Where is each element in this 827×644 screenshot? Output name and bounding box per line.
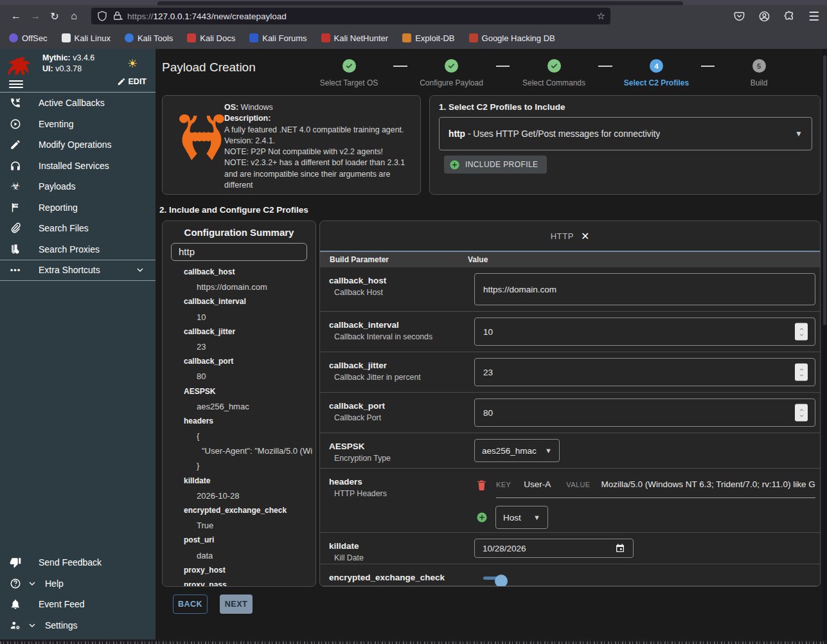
theme-sun-icon[interactable]: ☀ — [127, 57, 138, 71]
chevron-down-icon: ▼ — [538, 447, 552, 454]
bookmark-label: Exploit-DB — [415, 33, 454, 43]
agent-info-card: OS: Windows Description: A fully feature… — [162, 95, 421, 195]
step-configure-payload[interactable]: Configure Payload — [407, 54, 496, 87]
sidebar-item-search-proxies[interactable]: Search Proxies — [0, 239, 156, 260]
summary-profile-item[interactable]: http — [171, 243, 307, 261]
param-name: headers — [329, 477, 468, 487]
summary-key-proxy-host: proxy_host — [163, 563, 316, 578]
sidebar-item-event-feed[interactable]: Event Feed — [0, 594, 156, 615]
number-value: 80 — [483, 408, 493, 418]
sidebar-bottom-menu: Send FeedbackHelpEvent FeedSettings — [0, 552, 156, 636]
summary-value: https://domain.com — [163, 280, 316, 294]
sidebar-item-modify-operations[interactable]: Modify Operations — [0, 134, 156, 156]
account-icon[interactable] — [758, 10, 770, 22]
biohazard-icon: ☣ — [9, 180, 22, 193]
bookmark-kali-linux[interactable]: Kali Linux — [62, 33, 111, 43]
sidebar-item-payloads[interactable]: ☣Payloads — [0, 176, 156, 197]
scrollbar-thumb[interactable] — [823, 55, 826, 325]
bookmark-exploit-db[interactable]: Exploit-DB — [402, 33, 454, 43]
number-spinner[interactable] — [795, 323, 808, 341]
mythic-sidebar: Mythic: v3.4.6 UI: v0.3.78 ☀ EDIT Active… — [0, 49, 156, 640]
sidebar-item-reporting[interactable]: Reporting — [0, 197, 156, 219]
close-icon[interactable]: ✕ — [581, 230, 589, 242]
bookmark-google-hacking-db[interactable]: Google Hacking DB — [469, 33, 555, 43]
phone-callback-icon — [9, 96, 22, 109]
sidebar-item-installed-services[interactable]: Installed Services — [0, 156, 156, 177]
param-row-killdate: killdateKill Date10/28/2026 — [320, 533, 820, 564]
text-input-callback-host[interactable]: https://domain.com — [474, 273, 815, 305]
number-value: 23 — [483, 368, 493, 377]
c2-profile-dropdown[interactable]: http - Uses HTTP Get/Post messages for c… — [439, 117, 812, 150]
header-value-input[interactable]: Mozilla/5.0 (Windows NT 6.3; Trident/7.0… — [601, 479, 816, 489]
header-key-input[interactable]: User-A — [524, 479, 551, 489]
param-name-cell: killdateKill Date — [320, 533, 468, 564]
extensions-puzzle-icon[interactable] — [783, 10, 796, 22]
page-scrollbar[interactable] — [823, 49, 827, 644]
agent-description-line: NOTE: v2.3.2+ has a different bof loader… — [224, 157, 417, 191]
summary-value: 2026-10-28 — [163, 488, 316, 503]
number-input-callback-port[interactable]: 80 — [474, 398, 815, 427]
sidebar-item-send-feedback[interactable]: Send Feedback — [0, 552, 156, 573]
sidebar-edit-row: EDIT — [0, 76, 156, 91]
sidebar-item-help[interactable]: Help — [0, 573, 156, 595]
sidebar-item-eventing[interactable]: Eventing — [0, 114, 156, 135]
edit-button[interactable]: EDIT — [117, 77, 147, 86]
bookmark-kali-docs[interactable]: Kali Docs — [187, 33, 235, 43]
bookmark-label: Kali Linux — [75, 33, 111, 43]
next-button[interactable]: NEXT — [220, 595, 253, 614]
sidebar-item-label: Reporting — [39, 202, 78, 213]
bookmark-kali-tools[interactable]: Kali Tools — [125, 33, 173, 43]
step-label: Select Commands — [522, 78, 585, 87]
number-spinner[interactable] — [795, 364, 808, 381]
sidebar-item-settings[interactable]: Settings — [0, 615, 156, 636]
bookmark-label: Kali Forums — [262, 33, 307, 43]
toggle-encrypted-exchange-check[interactable] — [483, 577, 506, 580]
bookmark-star-icon[interactable]: ☆ — [597, 10, 605, 22]
number-input-callback-interval[interactable]: 10 — [474, 318, 815, 346]
step-select-commands[interactable]: Select Commands — [510, 54, 598, 87]
summary-value: } — [163, 458, 316, 473]
sidebar-collapse-icon[interactable] — [9, 78, 23, 90]
help-circle-icon — [9, 577, 22, 590]
bookmark-kali-nethunter[interactable]: Kali NetHunter — [321, 33, 389, 43]
number-input-callback-jitter[interactable]: 23 — [474, 358, 815, 386]
param-name-cell: AESPSKEncryption Type — [320, 433, 468, 468]
param-name: callback_interval — [329, 320, 468, 330]
add-header-select[interactable]: Host▼ — [495, 506, 548, 529]
sidebar-item-extra-shortcuts[interactable]: •••Extra Shortcuts — [0, 260, 156, 281]
header-key-value[interactable]: KEYUser-AVALUEMozilla/5.0 (Windows NT 6.… — [496, 472, 815, 498]
forward-icon[interactable]: → — [26, 10, 45, 22]
menu-hamburger-icon[interactable]: ☰ — [808, 10, 821, 22]
include-profile-button[interactable]: INCLUDE PROFILE — [444, 156, 547, 174]
sidebar-item-search-files[interactable]: Search Files — [0, 218, 156, 239]
back-button[interactable]: BACK — [173, 595, 208, 614]
back-icon[interactable]: ← — [6, 10, 26, 22]
home-icon[interactable]: ⌂ — [64, 10, 84, 22]
step-build[interactable]: 5Build — [715, 54, 803, 87]
shield-icon[interactable] — [96, 10, 108, 22]
reload-icon[interactable]: ↻ — [45, 10, 64, 22]
step-select-target-os[interactable]: Select Target OS — [305, 54, 393, 87]
summary-key-proxy-pass: proxy_pass — [163, 578, 316, 587]
configure-section-title: 2. Include and Configure C2 Profiles — [159, 205, 308, 215]
exploit-db-favicon — [402, 33, 411, 42]
bookmark-kali-forums[interactable]: Kali Forums — [249, 33, 307, 43]
plus-circle-icon[interactable] — [476, 512, 488, 523]
lock-warning-icon[interactable] — [112, 10, 123, 22]
pocket-icon[interactable] — [733, 10, 745, 22]
date-value: 10/28/2026 — [483, 544, 526, 553]
step-select-c2-profiles[interactable]: 4Select C2 Profiles — [612, 54, 701, 87]
param-name-cell: callback_jitterCallback Jitter in percen… — [320, 352, 468, 392]
summary-key-aespsk: AESPSK — [163, 384, 316, 399]
check-circle-icon — [547, 59, 561, 73]
trash-icon[interactable] — [476, 479, 488, 491]
param-value-cell: 80 — [468, 393, 820, 433]
select-aespsk[interactable]: aes256_hmac▼ — [474, 439, 560, 462]
calendar-icon[interactable] — [615, 543, 625, 553]
url-bar[interactable]: https://127.0.0.1:7443/new/createpayload… — [91, 8, 610, 24]
sidebar-item-active-callbacks[interactable]: Active Callbacks — [0, 93, 156, 114]
bookmark-offsec[interactable]: OffSec — [9, 33, 48, 43]
sidebar-menu: Active CallbacksEventingModify Operation… — [0, 93, 156, 281]
date-input-killdate[interactable]: 10/28/2026 — [474, 539, 634, 558]
number-spinner[interactable] — [795, 404, 808, 422]
